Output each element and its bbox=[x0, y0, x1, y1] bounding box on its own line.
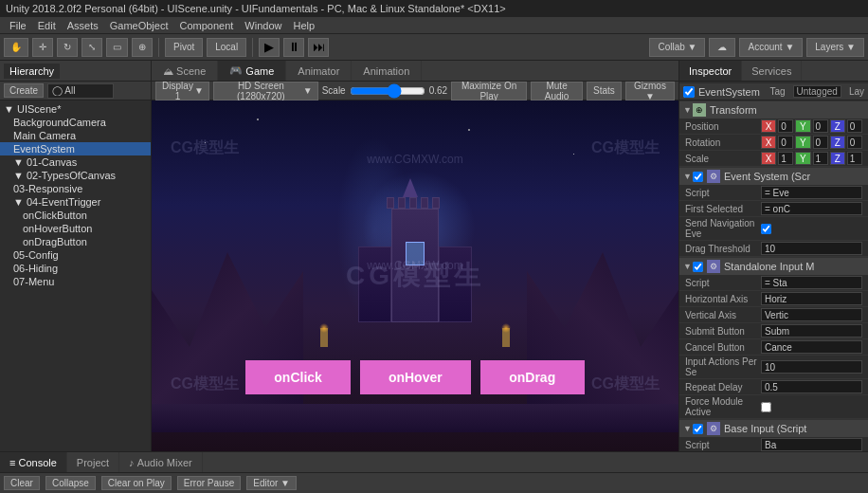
ondrag-button[interactable]: onDrag bbox=[480, 360, 585, 394]
scale-slider[interactable] bbox=[350, 85, 425, 97]
si-submit-value[interactable]: Subm bbox=[761, 324, 862, 338]
toolbar-scale-tool[interactable]: ⤡ bbox=[81, 38, 102, 57]
eventsystem-enabled[interactable] bbox=[693, 172, 703, 182]
clear-button[interactable]: Clear bbox=[4, 476, 40, 490]
tree-item-responsive[interactable]: 03-Responsive bbox=[0, 182, 151, 195]
menu-component[interactable]: Component bbox=[173, 20, 239, 31]
pos-y-val[interactable]: 0 bbox=[813, 119, 828, 133]
rot-z-val[interactable]: 0 bbox=[847, 136, 862, 149]
screen-button[interactable]: HD Screen (1280x720) ▼ bbox=[213, 82, 318, 100]
toolbar-rect-tool[interactable]: ▭ bbox=[106, 38, 128, 57]
menu-assets[interactable]: Assets bbox=[62, 20, 104, 31]
tree-item-0[interactable]: ▼ UIScene* bbox=[0, 102, 151, 116]
si-script-value[interactable]: = Sta bbox=[761, 276, 862, 289]
step-button[interactable]: ⏭ bbox=[308, 38, 329, 57]
menu-file[interactable]: File bbox=[4, 20, 32, 31]
pivot-button[interactable]: Pivot bbox=[165, 38, 203, 57]
es-dragthresh-value[interactable]: 10 bbox=[761, 242, 862, 255]
toolbar-rotate-tool[interactable]: ↻ bbox=[57, 38, 78, 57]
si-vaxis-value[interactable]: Vertic bbox=[761, 308, 862, 321]
toolbar-move-tool[interactable]: ✛ bbox=[32, 38, 53, 57]
editor-button[interactable]: Editor ▼ bbox=[246, 476, 297, 490]
object-enabled-checkbox[interactable] bbox=[683, 86, 695, 98]
menu-bar: File Edit Assets GameObject Component Wi… bbox=[0, 17, 868, 34]
animator-tab[interactable]: Animator bbox=[286, 61, 352, 81]
si-cancel-value[interactable]: Cance bbox=[761, 340, 862, 354]
local-button[interactable]: Local bbox=[207, 38, 246, 57]
tree-item-2[interactable]: Main Camera bbox=[0, 129, 151, 142]
pause-button[interactable]: ⏸ bbox=[283, 38, 304, 57]
bi-script-value[interactable]: Ba bbox=[761, 438, 862, 451]
project-tab[interactable]: Project bbox=[67, 452, 119, 472]
scene-tab[interactable]: ⛰ Scene bbox=[152, 61, 218, 81]
tree-item-types[interactable]: ▼ 02-TypesOfCanvas bbox=[0, 169, 151, 182]
clear-on-play-button[interactable]: Clear on Play bbox=[101, 476, 172, 490]
menu-window[interactable]: Window bbox=[239, 20, 287, 31]
collab-button[interactable]: Collab ▼ bbox=[649, 38, 705, 57]
account-button[interactable]: Account ▼ bbox=[739, 38, 803, 57]
object-name: EventSystem bbox=[698, 86, 766, 98]
tree-item-1[interactable]: BackgroundCamera bbox=[0, 116, 151, 129]
pos-z-val[interactable]: 0 bbox=[847, 119, 862, 133]
onclick-button[interactable]: onClick bbox=[245, 360, 351, 394]
toolbar-transform-tool[interactable]: ⊕ bbox=[132, 38, 153, 57]
es-firstsel-value[interactable]: = onC bbox=[761, 202, 862, 215]
baseinput-enabled[interactable] bbox=[693, 424, 703, 434]
hierarchy-search-input[interactable] bbox=[47, 83, 114, 99]
sc-z-val[interactable]: 1 bbox=[847, 152, 862, 165]
display-button[interactable]: Display 1 ▼ bbox=[155, 82, 209, 100]
watermark-url-top: www.CGMXW.com bbox=[152, 153, 678, 166]
eventsystem-dragthresh-row: Drag Threshold 10 bbox=[679, 241, 868, 257]
play-button[interactable]: ▶ bbox=[259, 38, 280, 57]
si-repeatdelay-value[interactable]: 0.5 bbox=[761, 380, 862, 393]
tree-item-menu[interactable]: 07-Menu bbox=[0, 275, 151, 288]
hierarchy-create-button[interactable]: Create bbox=[4, 83, 44, 98]
es-sendnav-checkbox[interactable] bbox=[761, 224, 771, 234]
hierarchy-tab[interactable]: Hierarchy bbox=[4, 64, 60, 79]
si-forcemodule-checkbox[interactable] bbox=[761, 402, 771, 412]
menu-edit[interactable]: Edit bbox=[32, 20, 62, 31]
tree-item-eventtrigger[interactable]: ▼ 04-EventTrigger bbox=[0, 195, 151, 209]
tree-item-hiding[interactable]: 06-Hiding bbox=[0, 262, 151, 275]
menu-help[interactable]: Help bbox=[287, 20, 320, 31]
maximize-button[interactable]: Maximize On Play bbox=[451, 82, 527, 100]
services-tab[interactable]: Services bbox=[742, 61, 802, 81]
audio-mixer-tab[interactable]: ♪ Audio Mixer bbox=[119, 452, 203, 472]
tree-item-canvas[interactable]: ▼ 01-Canvas bbox=[0, 155, 151, 169]
si-inputactions-value[interactable]: 10 bbox=[761, 360, 862, 374]
standalone-enabled[interactable] bbox=[693, 262, 703, 272]
eventsystem-component-header[interactable]: ▼ ⚙ Event System (Scr bbox=[679, 167, 868, 185]
tree-item-config[interactable]: 05-Config bbox=[0, 248, 151, 262]
animation-tab[interactable]: Animation bbox=[352, 61, 422, 81]
collapse-button[interactable]: Collapse bbox=[45, 476, 96, 490]
tree-item-onhover[interactable]: onHoverButton bbox=[0, 222, 151, 235]
standalone-component-header[interactable]: ▼ ⚙ Standalone Input M bbox=[679, 257, 868, 275]
es-script-value[interactable]: = Eve bbox=[761, 186, 862, 199]
pos-x-val[interactable]: 0 bbox=[778, 119, 793, 133]
transform-component-header[interactable]: ▼ ⊕ Transform bbox=[679, 100, 868, 119]
game-tab[interactable]: 🎮 Game bbox=[218, 61, 286, 81]
console-tab[interactable]: ≡ Console bbox=[0, 452, 67, 472]
cloud-button[interactable]: ☁ bbox=[709, 38, 735, 57]
mute-button[interactable]: Mute Audio bbox=[531, 82, 583, 100]
tree-item-eventsystem[interactable]: EventSystem bbox=[0, 142, 151, 155]
toolbar-hand-tool[interactable]: ✋ bbox=[4, 38, 28, 57]
gizmos-button[interactable]: Gizmos ▼ bbox=[625, 82, 675, 100]
tag-value[interactable]: Untagged bbox=[793, 85, 841, 98]
baseinput-component-header[interactable]: ▼ ⚙ Base Input (Script bbox=[679, 419, 868, 437]
tree-item-ondrag[interactable]: onDragButton bbox=[0, 235, 151, 248]
rot-x-val[interactable]: 0 bbox=[778, 136, 793, 149]
menu-gameobject[interactable]: GameObject bbox=[104, 20, 174, 31]
error-pause-button[interactable]: Error Pause bbox=[177, 476, 241, 490]
inspector-tab[interactable]: Inspector bbox=[679, 61, 742, 81]
tree-item-onclick[interactable]: onClickButton bbox=[0, 209, 151, 222]
sc-x-val[interactable]: 1 bbox=[778, 152, 793, 165]
rot-y-val[interactable]: 0 bbox=[813, 136, 828, 149]
sc-y-val[interactable]: 1 bbox=[813, 152, 828, 165]
game-view-content: CG模型生 CG模型生 CG模型生 CG模型生 CG模型生 www.CGMXW.… bbox=[152, 100, 678, 451]
onhover-button[interactable]: onHover bbox=[360, 360, 471, 394]
si-haxis-value[interactable]: Horiz bbox=[761, 292, 862, 305]
layers-button[interactable]: Layers ▼ bbox=[806, 38, 864, 57]
stats-button[interactable]: Stats bbox=[587, 82, 622, 100]
pos-y-label: Y bbox=[795, 119, 810, 133]
